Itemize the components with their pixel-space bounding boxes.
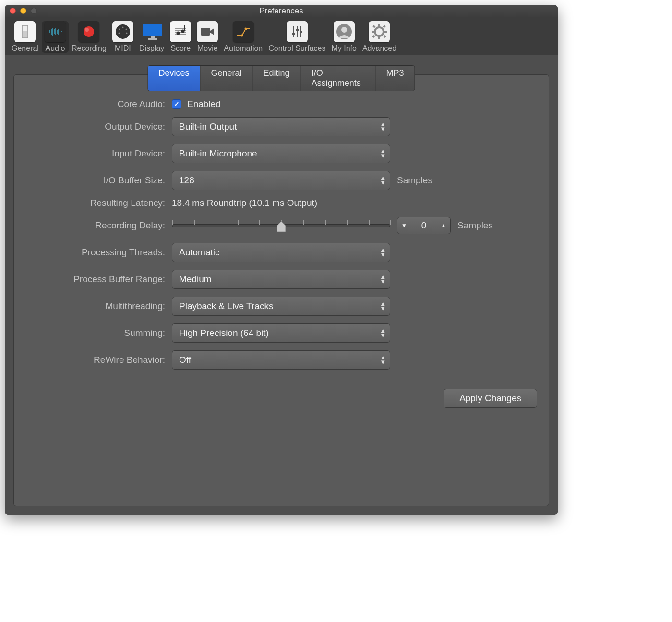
- toolbar-item-display[interactable]: Display: [136, 21, 167, 53]
- tab-devices[interactable]: Devices: [148, 66, 201, 91]
- sub-tabs: Devices General Editing I/O Assignments …: [148, 65, 415, 91]
- dropdown-value: Playback & Live Tracks: [179, 301, 273, 311]
- label-input-device: Input Device:: [28, 148, 165, 159]
- updown-icon: ▲▼: [380, 122, 386, 131]
- toolbar-label: Movie: [197, 44, 218, 53]
- preferences-window: Preferences General A: [5, 5, 558, 515]
- svg-rect-22: [148, 38, 157, 40]
- svg-point-18: [118, 33, 120, 34]
- svg-rect-1: [23, 26, 27, 31]
- toolbar-label: My Info: [331, 44, 356, 53]
- svg-point-27: [177, 32, 180, 35]
- svg-point-19: [126, 33, 127, 34]
- label-resulting-latency: Resulting Latency:: [28, 198, 165, 208]
- value-resulting-latency: 18.4 ms Roundtrip (10.1 ms Output): [172, 198, 534, 208]
- toolbar-label: Control Surfaces: [268, 44, 325, 53]
- svg-point-51: [377, 30, 381, 34]
- toolbar-item-recording[interactable]: Recording: [69, 21, 109, 53]
- toolbar-item-score[interactable]: Score: [167, 21, 194, 53]
- slider-thumb-icon[interactable]: [277, 221, 286, 232]
- label-processing-threads: Processing Threads:: [28, 247, 165, 258]
- stepper-value: 0: [421, 220, 427, 231]
- toolbar-item-advanced[interactable]: Advanced: [360, 21, 399, 53]
- tab-mp3[interactable]: MP3: [375, 66, 414, 91]
- dropdown-value: 128: [179, 175, 194, 186]
- toolbar-label: Automation: [224, 44, 263, 53]
- toolbar-item-my-info[interactable]: My Info: [328, 21, 359, 53]
- toolbar-label: Audio: [45, 44, 65, 53]
- updown-icon: ▲▼: [380, 302, 386, 311]
- toolbar-item-audio[interactable]: Audio: [42, 21, 69, 53]
- svg-rect-45: [372, 31, 374, 33]
- dropdown-value: Automatic: [179, 247, 219, 258]
- toolbar-item-control-surfaces[interactable]: Control Surfaces: [265, 21, 328, 53]
- updown-icon: ▲▼: [380, 176, 386, 185]
- checkbox-core-audio[interactable]: ✓: [172, 99, 181, 109]
- toolbar-label: Display: [139, 44, 164, 53]
- record-icon: [82, 25, 96, 38]
- switch-icon: [21, 24, 29, 39]
- updown-icon: ▲▼: [380, 356, 386, 364]
- svg-point-29: [181, 30, 185, 33]
- tab-editing[interactable]: Editing: [253, 66, 301, 91]
- dropdown-multithreading[interactable]: Playback & Live Tracks ▲▼: [172, 297, 390, 316]
- dropdown-io-buffer[interactable]: 128 ▲▼: [172, 171, 390, 190]
- midi-icon: [115, 24, 131, 40]
- updown-icon: ▲▼: [380, 329, 386, 337]
- automation-icon: [235, 25, 252, 38]
- svg-rect-39: [300, 31, 302, 33]
- toolbar-label: Recording: [72, 44, 107, 53]
- close-button[interactable]: [10, 8, 16, 14]
- svg-point-12: [84, 26, 94, 37]
- dropdown-process-buffer-range[interactable]: Medium ▲▼: [172, 270, 390, 289]
- dropdown-summing[interactable]: High Precision (64 bit) ▲▼: [172, 323, 390, 343]
- svg-rect-49: [383, 25, 386, 28]
- movie-icon: [200, 26, 215, 37]
- apply-changes-button[interactable]: Apply Changes: [444, 389, 537, 408]
- dropdown-input-device[interactable]: Built-in Microphone ▲▼: [172, 144, 390, 163]
- chevron-up-icon[interactable]: ▲: [441, 222, 446, 229]
- chevron-down-icon[interactable]: ▼: [401, 222, 407, 229]
- dropdown-value: Built-in Output: [179, 121, 237, 132]
- toolbar-label: Advanced: [362, 44, 396, 53]
- svg-rect-20: [143, 24, 162, 36]
- stepper-recording-delay[interactable]: ▼ 0 ▲: [397, 217, 451, 234]
- label-core-audio: Core Audio:: [28, 99, 165, 109]
- svg-rect-50: [372, 35, 375, 38]
- svg-point-41: [341, 27, 347, 33]
- svg-rect-43: [378, 24, 380, 27]
- svg-rect-30: [184, 25, 185, 31]
- dropdown-output-device[interactable]: Built-in Output ▲▼: [172, 117, 390, 136]
- dropdown-value: Medium: [179, 274, 212, 285]
- tab-io-assignments[interactable]: I/O Assignments: [301, 66, 376, 91]
- updown-icon: ▲▼: [380, 275, 386, 284]
- dropdown-processing-threads[interactable]: Automatic ▲▼: [172, 243, 390, 262]
- toolbar: General Audio Recording: [5, 17, 558, 55]
- toolbar-item-movie[interactable]: Movie: [194, 21, 221, 53]
- device-form: Core Audio: ✓ Enabled Output Device: Bui…: [28, 99, 534, 370]
- label-io-buffer: I/O Buffer Size:: [28, 175, 165, 186]
- label-recording-delay: Recording Delay:: [28, 220, 165, 231]
- dropdown-rewire[interactable]: Off ▲▼: [172, 350, 390, 370]
- score-icon: [173, 24, 188, 39]
- dropdown-value: High Precision (64 bit): [179, 328, 269, 338]
- toolbar-item-midi[interactable]: MIDI: [109, 21, 136, 53]
- titlebar: Preferences: [5, 5, 558, 17]
- waveform-icon: [47, 27, 63, 36]
- label-summing: Summing:: [28, 328, 165, 338]
- tab-general[interactable]: General: [201, 66, 253, 91]
- svg-rect-21: [151, 36, 155, 38]
- updown-icon: ▲▼: [380, 149, 386, 158]
- svg-rect-44: [378, 36, 380, 39]
- label-enabled: Enabled: [187, 99, 221, 109]
- zoom-button[interactable]: [31, 8, 37, 14]
- toolbar-item-general[interactable]: General: [9, 21, 42, 53]
- minimize-button[interactable]: [20, 8, 26, 14]
- toolbar-item-automation[interactable]: Automation: [221, 21, 265, 53]
- label-samples: Samples: [457, 220, 493, 231]
- slider-recording-delay[interactable]: [172, 216, 390, 235]
- svg-point-16: [119, 29, 120, 30]
- gear-icon: [371, 24, 387, 40]
- person-icon: [336, 24, 352, 40]
- display-icon: [141, 22, 162, 41]
